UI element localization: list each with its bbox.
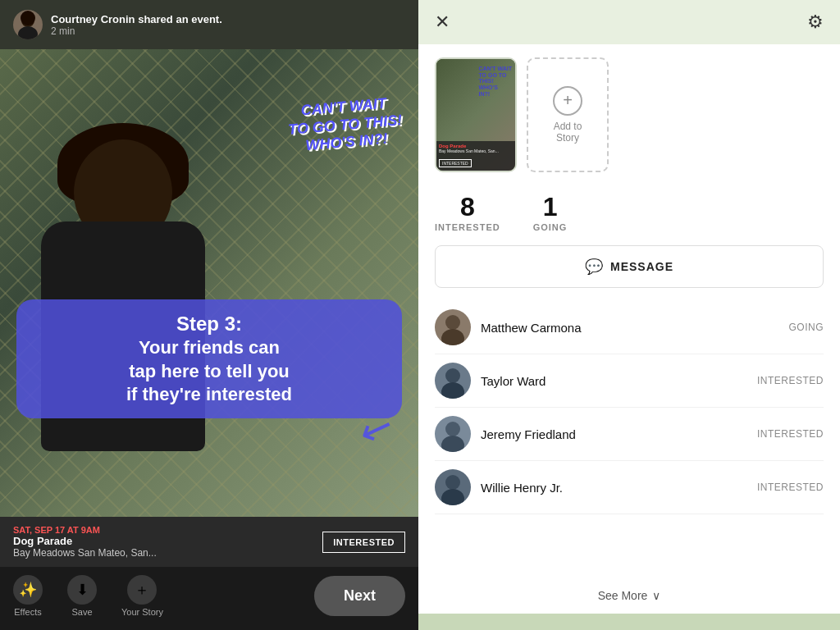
- see-more-text: See More: [598, 589, 648, 602]
- friend-status: INTERESTED: [757, 428, 824, 440]
- right-panel: ✕ ⚙ CAN'T WAITTO GO TOTHIS!WHO'SIN?! Dog…: [418, 0, 840, 630]
- settings-button[interactable]: ⚙: [807, 13, 824, 31]
- friend-status: INTERESTED: [757, 375, 824, 386]
- table-row[interactable]: Taylor Ward INTERESTED: [435, 354, 824, 408]
- effects-icon: ✨: [13, 575, 43, 605]
- friend-name: Taylor Ward: [481, 374, 747, 388]
- bottom-toolbar: ✨ Effects ⬇ Save ＋ Your Story Next: [0, 567, 418, 630]
- table-row[interactable]: Matthew Carmona GOING: [435, 301, 824, 354]
- left-panel: Courtney Cronin shared an event. 2 min C…: [0, 0, 418, 630]
- svg-point-6: [441, 382, 464, 399]
- table-row[interactable]: Jeremy Friedland INTERESTED: [435, 408, 824, 461]
- your-story-label: Your Story: [121, 607, 163, 617]
- toolbar-items: ✨ Effects ⬇ Save ＋ Your Story: [13, 575, 163, 617]
- post-time: 2 min: [51, 25, 405, 37]
- chevron-down-icon: ∨: [652, 589, 660, 602]
- avatar: [435, 469, 471, 505]
- svg-point-2: [21, 11, 35, 25]
- your-story-toolbar-item[interactable]: ＋ Your Story: [121, 575, 163, 617]
- message-button[interactable]: 💬 MESSAGE: [435, 245, 824, 288]
- step-box-text: Step 3: Your friends can tap here to tel…: [31, 311, 387, 407]
- author-name: Courtney Cronin shared an event.: [51, 13, 405, 25]
- next-button[interactable]: Next: [314, 576, 405, 616]
- story-thumb-inner: CAN'T WAITTO GO TOTHIS!WHO'SIN?! Dog Par…: [436, 59, 515, 171]
- svg-point-1: [18, 26, 38, 39]
- svg-point-4: [441, 329, 464, 345]
- story-thumbnail[interactable]: CAN'T WAITTO GO TOTHIS!WHO'SIN?! Dog Par…: [435, 57, 517, 172]
- interested-count: 8: [460, 192, 475, 222]
- effects-toolbar-item[interactable]: ✨ Effects: [13, 575, 43, 617]
- story-image-area: CAN'T WAITTO GO TO THIS!WHO'S IN?! Step …: [0, 49, 418, 517]
- friend-name: Matthew Carmona: [481, 321, 778, 335]
- close-button[interactable]: ✕: [435, 13, 450, 31]
- friend-name: Willie Henry Jr.: [481, 481, 747, 495]
- effects-label: Effects: [14, 607, 41, 617]
- friend-status: INTERESTED: [757, 482, 824, 493]
- save-toolbar-item[interactable]: ⬇ Save: [67, 575, 97, 617]
- see-more-row[interactable]: See More ∨: [418, 578, 840, 614]
- message-btn-label: MESSAGE: [610, 260, 673, 273]
- event-bar: SAT, SEP 17 AT 9AM Dog Parade Bay Meadow…: [0, 517, 418, 567]
- avatar: [435, 363, 471, 399]
- save-icon: ⬇: [67, 575, 97, 605]
- event-name: Dog Parade: [13, 535, 157, 547]
- interested-button[interactable]: INTERESTED: [322, 532, 405, 553]
- event-date: SAT, SEP 17 AT 9AM: [13, 525, 157, 535]
- event-info: SAT, SEP 17 AT 9AM Dog Parade Bay Meadow…: [13, 525, 157, 559]
- event-location: Bay Meadows San Mateo, San...: [13, 547, 157, 559]
- interested-stat: 8 INTERESTED: [435, 192, 500, 232]
- save-label: Save: [71, 607, 92, 617]
- author-avatar: [13, 10, 43, 39]
- svg-point-9: [445, 475, 460, 490]
- stats-row: 8 INTERESTED 1 GOING: [418, 185, 840, 245]
- svg-point-3: [445, 315, 460, 330]
- message-icon: 💬: [585, 258, 604, 276]
- friend-name: Jeremy Friedland: [481, 427, 747, 441]
- friend-status: GOING: [788, 322, 824, 333]
- avatar: [435, 416, 471, 452]
- post-header-info: Courtney Cronin shared an event. 2 min: [51, 13, 405, 37]
- add-story-label: Add toStory: [554, 121, 582, 144]
- your-story-icon: ＋: [127, 575, 157, 605]
- going-count: 1: [543, 192, 558, 222]
- post-header: Courtney Cronin shared an event. 2 min: [0, 0, 418, 49]
- svg-point-10: [441, 489, 464, 505]
- friends-list: Matthew Carmona GOING Taylor Ward INTERE…: [418, 301, 840, 578]
- add-to-story-button[interactable]: + Add toStory: [527, 57, 609, 172]
- svg-point-7: [445, 422, 460, 436]
- going-stat: 1 GOING: [533, 192, 568, 232]
- bottom-green-bar: [418, 614, 840, 630]
- add-plus-icon: +: [553, 86, 582, 116]
- step-box: Step 3: Your friends can tap here to tel…: [16, 299, 402, 418]
- right-panel-header: ✕ ⚙: [418, 0, 840, 44]
- table-row[interactable]: Willie Henry Jr. INTERESTED: [435, 461, 824, 514]
- svg-point-5: [445, 368, 460, 383]
- interested-label: INTERESTED: [435, 222, 500, 232]
- avatar: [435, 309, 471, 345]
- cant-wait-overlay-text: CAN'T WAITTO GO TO THIS!WHO'S IN?!: [285, 94, 404, 157]
- going-label: GOING: [533, 222, 568, 232]
- svg-point-8: [441, 436, 464, 452]
- story-previews: CAN'T WAITTO GO TOTHIS!WHO'SIN?! Dog Par…: [418, 44, 840, 185]
